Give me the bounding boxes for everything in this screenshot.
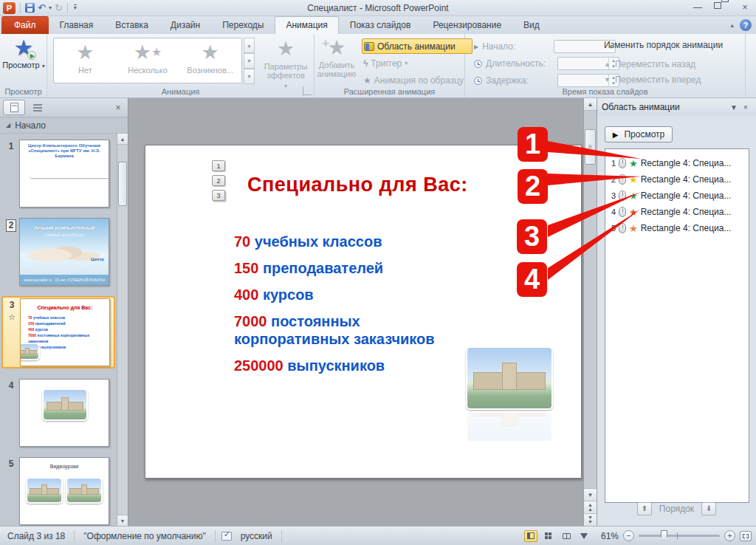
trigger-button[interactable]: ϟ Триггер ▾ <box>362 55 474 71</box>
animation-item-3[interactable]: 3 Rectangle 4: Специа... <box>605 188 749 204</box>
slide-icon <box>10 103 18 112</box>
move-later-button[interactable]: ▼ Переместить вперед <box>604 72 744 87</box>
animation-item-5[interactable]: 5 Rectangle 4: Специа... <box>605 220 749 236</box>
reading-view-button[interactable] <box>560 530 573 542</box>
tab-transitions[interactable]: Переходы <box>211 16 275 34</box>
effect-options-button[interactable]: Параметры эффектов ▾ <box>260 37 312 90</box>
save-icon[interactable] <box>25 3 35 13</box>
gallery-scroll-up-icon[interactable]: ▲ <box>244 38 255 53</box>
tab-review[interactable]: Рецензирование <box>422 16 512 34</box>
callout-3: 3 <box>517 219 547 254</box>
scrollbar-thumb[interactable] <box>118 162 127 206</box>
animation-tag-2[interactable]: 2 <box>212 175 225 186</box>
normal-view-icon <box>527 532 535 539</box>
slide-sorter-button[interactable] <box>542 530 555 542</box>
slide-counter[interactable]: Слайд 3 из 18 <box>4 531 68 541</box>
tab-view[interactable]: Вид <box>512 16 551 34</box>
gallery-scroll-down-icon[interactable]: ▼ <box>244 53 255 69</box>
animation-pane-button[interactable]: Область анимации <box>362 38 472 54</box>
slide-thumbnail-1[interactable]: 1 Центр Компьютерного Обучения «Специали… <box>3 140 115 208</box>
close-panel-icon[interactable]: × <box>111 103 125 113</box>
slide-thumbnail-4[interactable]: 4 <box>3 379 115 447</box>
slide-canvas[interactable]: 1 2 3 Специально для Вас: 70 учебных кла… <box>145 145 582 479</box>
tab-file[interactable]: Файл <box>1 16 49 34</box>
tab-slideshow[interactable]: Показ слайдов <box>339 16 422 34</box>
building-photo <box>42 388 88 421</box>
undo-icon[interactable]: ↶ <box>38 3 46 13</box>
spellcheck-icon[interactable] <box>221 532 232 541</box>
animation-tag-1[interactable]: 1 <box>212 160 225 171</box>
undo-dropdown-icon[interactable]: ▾ <box>49 4 52 11</box>
section-header[interactable]: ◢ Начало <box>0 117 128 134</box>
panel-scrollbar[interactable]: ▲ ▼ <box>117 134 128 526</box>
scroll-up-icon[interactable]: ▲ <box>584 98 597 111</box>
pane-close-icon[interactable]: × <box>740 103 752 112</box>
zoom-in-button[interactable]: + <box>724 530 735 541</box>
building-photo <box>26 477 63 504</box>
tab-animations[interactable]: Анимация <box>275 16 338 34</box>
slideshow-button[interactable] <box>577 530 591 542</box>
callout-1: 1 <box>518 127 548 162</box>
minimize-button[interactable]: — <box>691 2 704 13</box>
slide-thumbnail-5[interactable]: 5 Видеоуроки <box>3 457 115 525</box>
language-indicator[interactable]: русский <box>238 531 275 541</box>
normal-view-button[interactable] <box>524 530 537 542</box>
zoom-out-button[interactable]: − <box>623 530 634 541</box>
pane-play-button[interactable]: ▶ Просмотр <box>605 126 673 143</box>
animation-item-2[interactable]: 2 Rectangle 4: Специа... <box>605 171 749 188</box>
animation-item-1[interactable]: 1 Rectangle 4: Специа... <box>605 155 749 171</box>
order-down-button[interactable]: ⬇ <box>701 502 716 515</box>
slide-thumbnail-3-selected[interactable]: 3☆ Специально для Вас: 70 учебных классо… <box>1 296 115 369</box>
fit-to-window-button[interactable] <box>740 531 752 541</box>
zoom-level[interactable]: 61% <box>595 531 619 541</box>
preview-button[interactable]: ★▶ Просмотр ▾ <box>2 37 45 71</box>
zoom-slider[interactable] <box>639 535 720 537</box>
gallery-item-appear[interactable]: Возникнов... <box>179 38 241 83</box>
star-icon <box>76 41 94 64</box>
gallery-expand-icon[interactable]: ▼ <box>244 69 255 84</box>
customize-qat-icon[interactable]: ▾ <box>74 4 77 11</box>
building-photo[interactable] <box>466 346 553 410</box>
scrollbar-thumb[interactable] <box>585 129 596 165</box>
help-icon[interactable]: ? <box>740 19 752 31</box>
gallery-scroll: ▲ ▼ ▼ <box>244 38 255 83</box>
slide-thumbnail-2[interactable]: 2 ЛУЧШИЙ КОМПЬЮТЕРНЫЙ учебный центр Росс… <box>3 218 115 286</box>
scroll-up-icon[interactable]: ▲ <box>117 134 128 145</box>
animation-tag-3[interactable]: 3 <box>212 190 225 201</box>
tab-home[interactable]: Главная <box>49 16 105 34</box>
close-button[interactable]: × <box>738 2 752 13</box>
gallery-item-none[interactable]: Нет <box>54 38 117 83</box>
next-slide-button[interactable]: ▼▼ <box>584 513 597 526</box>
animation-item-4[interactable]: 4 Rectangle 4: Специа... <box>605 204 749 220</box>
animation-painter-button[interactable]: Анимация по образцу <box>362 72 474 88</box>
delay-label: Задержка: <box>486 75 554 86</box>
tab-slides-thumbnails[interactable] <box>3 100 25 115</box>
tab-insert[interactable]: Вставка <box>104 16 159 34</box>
powerpoint-logo-icon[interactable]: P <box>3 2 16 14</box>
add-animation-button[interactable]: ★ Добавить анимацию <box>315 37 359 78</box>
restore-button[interactable] <box>715 2 728 13</box>
tab-outline[interactable] <box>27 100 49 115</box>
effect-star-icon <box>629 191 638 201</box>
tab-design[interactable]: Дизайн <box>159 16 211 34</box>
dialog-launcher-icon[interactable] <box>303 86 312 95</box>
editor-scrollbar[interactable]: ▲ ▼ ▲▲ ▼▼ <box>583 98 597 526</box>
play-icon: ▶ <box>27 51 36 60</box>
powerpoint-window: P ↶▾ ↻ ▾ Специалист - Microsoft PowerPoi… <box>0 0 756 545</box>
group-advanced-animation: ★ Добавить анимацию Область анимации ϟ Т… <box>315 34 465 97</box>
scroll-down-icon[interactable]: ▼ <box>117 515 128 526</box>
gallery-item-several[interactable]: Несколько <box>117 38 179 83</box>
status-bar: Слайд 3 из 18 "Оформление по умолчанию" … <box>0 526 756 545</box>
move-earlier-button[interactable]: ▲ Переместить назад <box>604 56 744 72</box>
redo-icon[interactable]: ↻ <box>55 3 63 13</box>
slide-body[interactable]: 70 учебных классов 150 преподавателей 40… <box>234 233 478 383</box>
reorder-label: Изменить порядок анимации <box>604 40 744 50</box>
order-up-button[interactable]: ⬆ <box>637 502 652 515</box>
pane-menu-icon[interactable]: ▼ <box>728 103 740 112</box>
minimize-ribbon-icon[interactable]: ▴ <box>730 21 734 29</box>
theme-name[interactable]: "Оформление по умолчанию" <box>80 531 208 541</box>
zoom-slider-handle[interactable] <box>661 530 667 541</box>
slide-title[interactable]: Специально для Вас: <box>247 174 468 196</box>
previous-slide-button[interactable]: ▲▲ <box>584 501 597 513</box>
scroll-down-icon[interactable]: ▼ <box>584 488 597 501</box>
